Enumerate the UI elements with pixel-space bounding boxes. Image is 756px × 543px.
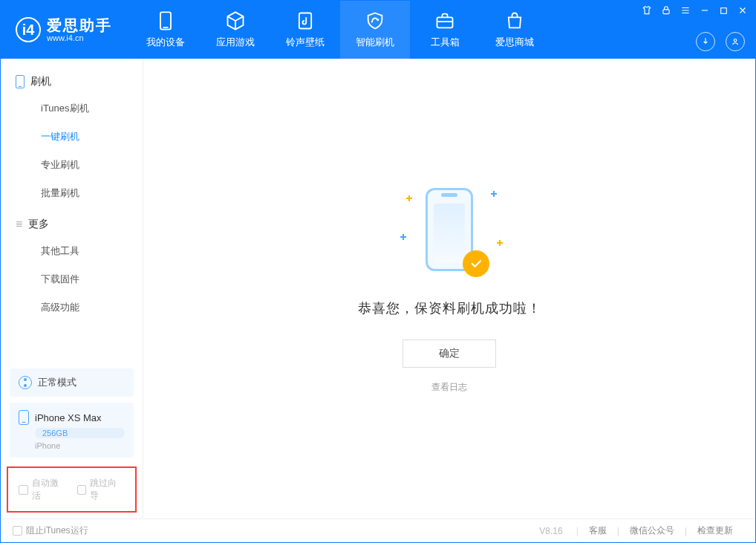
- ok-button[interactable]: 确定: [403, 339, 496, 368]
- svg-rect-1: [163, 27, 169, 28]
- menu-icon[interactable]: [680, 5, 691, 16]
- app-url: www.i4.cn: [47, 33, 112, 42]
- phone-outline-icon: [16, 75, 25, 88]
- sidebar: 刷机 iTunes刷机 一键刷机 专业刷机 批量刷机 ≡ 更多 其他工具 下载固…: [1, 59, 143, 518]
- sidebar-item-onekey-flash[interactable]: 一键刷机: [1, 123, 143, 151]
- checkbox-auto-activate[interactable]: 自动激活: [19, 477, 67, 502]
- window-util-buttons: [642, 5, 748, 16]
- device-mode-row[interactable]: 正常模式: [10, 368, 134, 397]
- statusbar: 阻止iTunes运行 V8.16 | 客服 | 微信公众号 | 检查更新: [1, 518, 755, 542]
- sparkle-icon: [406, 195, 412, 201]
- main-content: 恭喜您，保资料刷机成功啦！ 确定 查看日志: [143, 59, 755, 518]
- support-link[interactable]: 客服: [579, 524, 617, 537]
- success-illustration: [405, 183, 494, 280]
- device-name: iPhone XS Max: [35, 412, 102, 423]
- svg-rect-4: [663, 10, 669, 14]
- refresh-shield-icon: [365, 10, 385, 31]
- checkbox-skip-guide[interactable]: 跳过向导: [77, 477, 126, 502]
- svg-rect-0: [160, 12, 171, 29]
- cube-icon: [225, 10, 246, 31]
- nav-tabs: 我的设备 应用游戏 铃声壁纸 智能刷机 工具箱 爱思商城: [131, 1, 550, 59]
- tab-store[interactable]: 爱思商城: [480, 1, 550, 59]
- success-check-badge-icon: [463, 250, 489, 277]
- device-mode-label: 正常模式: [38, 376, 76, 389]
- sidebar-head-flash: 刷机: [1, 69, 143, 94]
- sparkle-icon: [400, 234, 406, 240]
- svg-point-6: [734, 39, 737, 42]
- sidebar-item-advanced[interactable]: 高级功能: [1, 293, 143, 322]
- version-label: V8.16: [539, 526, 562, 536]
- flash-options-highlight: 自动激活 跳过向导: [7, 466, 137, 513]
- lock-icon[interactable]: [661, 5, 671, 16]
- body: 刷机 iTunes刷机 一键刷机 专业刷机 批量刷机 ≡ 更多 其他工具 下载固…: [1, 59, 755, 518]
- briefcase-icon: [434, 10, 455, 31]
- device-capacity: 256GB: [35, 428, 125, 438]
- bag-icon: [504, 10, 525, 31]
- sidebar-item-itunes-flash[interactable]: iTunes刷机: [1, 94, 143, 123]
- mode-icon: [19, 376, 32, 389]
- svg-rect-2: [299, 13, 311, 29]
- wechat-link[interactable]: 微信公众号: [619, 524, 685, 537]
- tab-toolbox[interactable]: 工具箱: [410, 1, 480, 59]
- sparkle-icon: [497, 240, 503, 246]
- close-button[interactable]: [737, 5, 748, 16]
- tab-apps-games[interactable]: 应用游戏: [201, 1, 270, 59]
- tab-my-device[interactable]: 我的设备: [131, 1, 201, 59]
- device-info-row[interactable]: iPhone XS Max 256GB iPhone: [10, 403, 134, 458]
- device-phone-icon: [19, 410, 29, 425]
- music-file-icon: [295, 10, 316, 31]
- sparkle-icon: [491, 191, 497, 197]
- checkbox-block-itunes[interactable]: 阻止iTunes运行: [13, 524, 88, 537]
- svg-rect-5: [721, 7, 727, 13]
- view-log-link[interactable]: 查看日志: [431, 381, 467, 394]
- shirt-icon[interactable]: [642, 5, 652, 16]
- list-icon: ≡: [16, 218, 22, 230]
- tab-ringtones-wallpapers[interactable]: 铃声壁纸: [270, 1, 340, 59]
- tab-smart-flash[interactable]: 智能刷机: [340, 1, 410, 59]
- check-update-link[interactable]: 检查更新: [687, 524, 743, 537]
- sidebar-item-download-firmware[interactable]: 下载固件: [1, 265, 143, 293]
- logo: i4 爱思助手 www.i4.cn: [1, 17, 131, 42]
- titlebar: i4 爱思助手 www.i4.cn 我的设备 应用游戏 铃声壁纸 智能刷机: [1, 1, 755, 59]
- device-type: iPhone: [35, 441, 125, 450]
- download-button[interactable]: [696, 32, 715, 51]
- maximize-button[interactable]: [719, 6, 729, 16]
- device-panel: 正常模式 iPhone XS Max 256GB iPhone: [10, 368, 134, 458]
- success-title: 恭喜您，保资料刷机成功啦！: [358, 299, 541, 317]
- sidebar-head-more: ≡ 更多: [1, 212, 143, 237]
- logo-icon: i4: [16, 17, 41, 42]
- sidebar-item-pro-flash[interactable]: 专业刷机: [1, 151, 143, 179]
- header-action-buttons: [696, 32, 745, 51]
- checkbox-icon: [13, 526, 22, 536]
- checkbox-icon: [19, 485, 28, 495]
- app-window: i4 爱思助手 www.i4.cn 我的设备 应用游戏 铃声壁纸 智能刷机: [0, 0, 756, 543]
- checkbox-icon: [77, 485, 87, 495]
- account-button[interactable]: [726, 32, 745, 51]
- svg-rect-3: [437, 17, 453, 27]
- app-title: 爱思助手: [47, 17, 112, 33]
- sidebar-item-batch-flash[interactable]: 批量刷机: [1, 179, 143, 207]
- phone-icon: [155, 10, 176, 31]
- sidebar-item-other-tools[interactable]: 其他工具: [1, 237, 143, 265]
- minimize-button[interactable]: [700, 5, 710, 16]
